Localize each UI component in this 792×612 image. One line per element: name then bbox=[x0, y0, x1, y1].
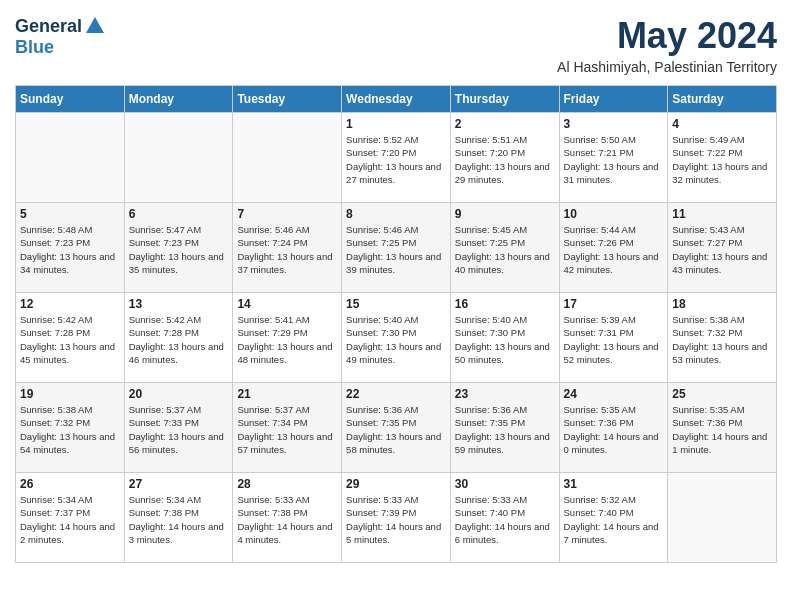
calendar-cell: 7Sunrise: 5:46 AMSunset: 7:24 PMDaylight… bbox=[233, 203, 342, 293]
week-row-1: 1Sunrise: 5:52 AMSunset: 7:20 PMDaylight… bbox=[16, 113, 777, 203]
calendar-cell: 17Sunrise: 5:39 AMSunset: 7:31 PMDayligh… bbox=[559, 293, 668, 383]
cell-content: Sunrise: 5:37 AMSunset: 7:34 PMDaylight:… bbox=[237, 403, 337, 456]
calendar-cell: 30Sunrise: 5:33 AMSunset: 7:40 PMDayligh… bbox=[450, 473, 559, 563]
cell-content: Sunrise: 5:36 AMSunset: 7:35 PMDaylight:… bbox=[455, 403, 555, 456]
cell-content: Sunrise: 5:47 AMSunset: 7:23 PMDaylight:… bbox=[129, 223, 229, 276]
cell-content: Sunrise: 5:32 AMSunset: 7:40 PMDaylight:… bbox=[564, 493, 664, 546]
week-row-4: 19Sunrise: 5:38 AMSunset: 7:32 PMDayligh… bbox=[16, 383, 777, 473]
cell-content: Sunrise: 5:52 AMSunset: 7:20 PMDaylight:… bbox=[346, 133, 446, 186]
cell-content: Sunrise: 5:36 AMSunset: 7:35 PMDaylight:… bbox=[346, 403, 446, 456]
day-number: 2 bbox=[455, 117, 555, 131]
calendar-cell: 12Sunrise: 5:42 AMSunset: 7:28 PMDayligh… bbox=[16, 293, 125, 383]
logo-general-text: General bbox=[15, 16, 82, 37]
cell-content: Sunrise: 5:38 AMSunset: 7:32 PMDaylight:… bbox=[20, 403, 120, 456]
cell-content: Sunrise: 5:33 AMSunset: 7:39 PMDaylight:… bbox=[346, 493, 446, 546]
day-number: 5 bbox=[20, 207, 120, 221]
cell-content: Sunrise: 5:40 AMSunset: 7:30 PMDaylight:… bbox=[455, 313, 555, 366]
calendar-cell: 15Sunrise: 5:40 AMSunset: 7:30 PMDayligh… bbox=[342, 293, 451, 383]
day-number: 3 bbox=[564, 117, 664, 131]
cell-content: Sunrise: 5:51 AMSunset: 7:20 PMDaylight:… bbox=[455, 133, 555, 186]
calendar-cell bbox=[16, 113, 125, 203]
day-number: 17 bbox=[564, 297, 664, 311]
cell-content: Sunrise: 5:37 AMSunset: 7:33 PMDaylight:… bbox=[129, 403, 229, 456]
day-number: 4 bbox=[672, 117, 772, 131]
page-header: General Blue May 2024 Al Hashimiyah, Pal… bbox=[15, 15, 777, 75]
calendar-cell: 2Sunrise: 5:51 AMSunset: 7:20 PMDaylight… bbox=[450, 113, 559, 203]
cell-content: Sunrise: 5:46 AMSunset: 7:25 PMDaylight:… bbox=[346, 223, 446, 276]
day-number: 21 bbox=[237, 387, 337, 401]
calendar-cell: 31Sunrise: 5:32 AMSunset: 7:40 PMDayligh… bbox=[559, 473, 668, 563]
day-header-saturday: Saturday bbox=[668, 86, 777, 113]
day-number: 23 bbox=[455, 387, 555, 401]
logo: General Blue bbox=[15, 15, 106, 58]
day-header-thursday: Thursday bbox=[450, 86, 559, 113]
day-header-sunday: Sunday bbox=[16, 86, 125, 113]
header-row: SundayMondayTuesdayWednesdayThursdayFrid… bbox=[16, 86, 777, 113]
calendar-cell: 19Sunrise: 5:38 AMSunset: 7:32 PMDayligh… bbox=[16, 383, 125, 473]
day-number: 16 bbox=[455, 297, 555, 311]
cell-content: Sunrise: 5:35 AMSunset: 7:36 PMDaylight:… bbox=[564, 403, 664, 456]
cell-content: Sunrise: 5:33 AMSunset: 7:40 PMDaylight:… bbox=[455, 493, 555, 546]
day-number: 9 bbox=[455, 207, 555, 221]
calendar-cell bbox=[668, 473, 777, 563]
day-number: 12 bbox=[20, 297, 120, 311]
calendar-cell bbox=[124, 113, 233, 203]
cell-content: Sunrise: 5:41 AMSunset: 7:29 PMDaylight:… bbox=[237, 313, 337, 366]
day-header-monday: Monday bbox=[124, 86, 233, 113]
cell-content: Sunrise: 5:50 AMSunset: 7:21 PMDaylight:… bbox=[564, 133, 664, 186]
calendar-cell: 13Sunrise: 5:42 AMSunset: 7:28 PMDayligh… bbox=[124, 293, 233, 383]
cell-content: Sunrise: 5:42 AMSunset: 7:28 PMDaylight:… bbox=[129, 313, 229, 366]
day-number: 27 bbox=[129, 477, 229, 491]
calendar-cell: 22Sunrise: 5:36 AMSunset: 7:35 PMDayligh… bbox=[342, 383, 451, 473]
calendar-cell: 11Sunrise: 5:43 AMSunset: 7:27 PMDayligh… bbox=[668, 203, 777, 293]
calendar-cell: 1Sunrise: 5:52 AMSunset: 7:20 PMDaylight… bbox=[342, 113, 451, 203]
day-number: 10 bbox=[564, 207, 664, 221]
calendar-table: SundayMondayTuesdayWednesdayThursdayFrid… bbox=[15, 85, 777, 563]
day-number: 13 bbox=[129, 297, 229, 311]
day-number: 22 bbox=[346, 387, 446, 401]
cell-content: Sunrise: 5:49 AMSunset: 7:22 PMDaylight:… bbox=[672, 133, 772, 186]
cell-content: Sunrise: 5:34 AMSunset: 7:37 PMDaylight:… bbox=[20, 493, 120, 546]
week-row-2: 5Sunrise: 5:48 AMSunset: 7:23 PMDaylight… bbox=[16, 203, 777, 293]
day-header-tuesday: Tuesday bbox=[233, 86, 342, 113]
day-number: 1 bbox=[346, 117, 446, 131]
month-title: May 2024 bbox=[557, 15, 777, 57]
logo-blue-text: Blue bbox=[15, 37, 54, 58]
day-number: 19 bbox=[20, 387, 120, 401]
day-number: 24 bbox=[564, 387, 664, 401]
cell-content: Sunrise: 5:39 AMSunset: 7:31 PMDaylight:… bbox=[564, 313, 664, 366]
calendar-cell: 10Sunrise: 5:44 AMSunset: 7:26 PMDayligh… bbox=[559, 203, 668, 293]
week-row-5: 26Sunrise: 5:34 AMSunset: 7:37 PMDayligh… bbox=[16, 473, 777, 563]
calendar-cell: 8Sunrise: 5:46 AMSunset: 7:25 PMDaylight… bbox=[342, 203, 451, 293]
calendar-cell: 20Sunrise: 5:37 AMSunset: 7:33 PMDayligh… bbox=[124, 383, 233, 473]
day-header-friday: Friday bbox=[559, 86, 668, 113]
day-header-wednesday: Wednesday bbox=[342, 86, 451, 113]
calendar-cell: 28Sunrise: 5:33 AMSunset: 7:38 PMDayligh… bbox=[233, 473, 342, 563]
cell-content: Sunrise: 5:46 AMSunset: 7:24 PMDaylight:… bbox=[237, 223, 337, 276]
calendar-cell: 4Sunrise: 5:49 AMSunset: 7:22 PMDaylight… bbox=[668, 113, 777, 203]
day-number: 8 bbox=[346, 207, 446, 221]
day-number: 29 bbox=[346, 477, 446, 491]
location-title: Al Hashimiyah, Palestinian Territory bbox=[557, 59, 777, 75]
calendar-cell bbox=[233, 113, 342, 203]
cell-content: Sunrise: 5:33 AMSunset: 7:38 PMDaylight:… bbox=[237, 493, 337, 546]
calendar-cell: 5Sunrise: 5:48 AMSunset: 7:23 PMDaylight… bbox=[16, 203, 125, 293]
day-number: 25 bbox=[672, 387, 772, 401]
svg-marker-0 bbox=[86, 17, 104, 33]
cell-content: Sunrise: 5:45 AMSunset: 7:25 PMDaylight:… bbox=[455, 223, 555, 276]
day-number: 20 bbox=[129, 387, 229, 401]
calendar-cell: 24Sunrise: 5:35 AMSunset: 7:36 PMDayligh… bbox=[559, 383, 668, 473]
cell-content: Sunrise: 5:48 AMSunset: 7:23 PMDaylight:… bbox=[20, 223, 120, 276]
day-number: 18 bbox=[672, 297, 772, 311]
calendar-cell: 21Sunrise: 5:37 AMSunset: 7:34 PMDayligh… bbox=[233, 383, 342, 473]
day-number: 30 bbox=[455, 477, 555, 491]
week-row-3: 12Sunrise: 5:42 AMSunset: 7:28 PMDayligh… bbox=[16, 293, 777, 383]
cell-content: Sunrise: 5:35 AMSunset: 7:36 PMDaylight:… bbox=[672, 403, 772, 456]
logo-icon bbox=[84, 15, 106, 37]
day-number: 6 bbox=[129, 207, 229, 221]
calendar-cell: 23Sunrise: 5:36 AMSunset: 7:35 PMDayligh… bbox=[450, 383, 559, 473]
cell-content: Sunrise: 5:34 AMSunset: 7:38 PMDaylight:… bbox=[129, 493, 229, 546]
calendar-cell: 18Sunrise: 5:38 AMSunset: 7:32 PMDayligh… bbox=[668, 293, 777, 383]
calendar-cell: 29Sunrise: 5:33 AMSunset: 7:39 PMDayligh… bbox=[342, 473, 451, 563]
day-number: 31 bbox=[564, 477, 664, 491]
